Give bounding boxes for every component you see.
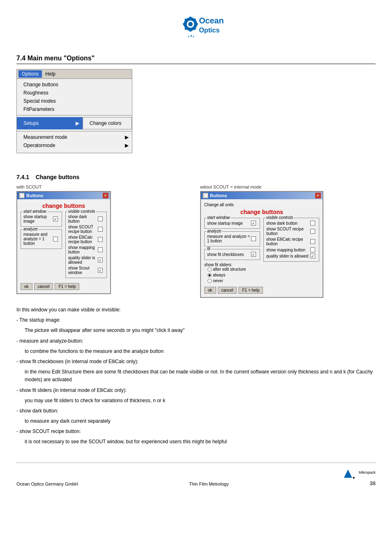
mapping-label-left: show mapping button (68, 245, 98, 254)
quality-slider-checkbox-left[interactable] (98, 258, 103, 263)
dialog-left-col1: start window show startup image analyze … (21, 212, 62, 281)
body-para-11: - show SCOUT recipe button: (16, 428, 376, 435)
change-all-units: Change all units (204, 203, 319, 207)
quality-slider-checkbox-right[interactable] (310, 253, 315, 258)
section-title: Main menu "Options" (28, 55, 95, 62)
startup-image-checkbox-left[interactable] (53, 216, 58, 221)
quality-slider-label-right: quality slider is allowed (266, 254, 310, 258)
always-radio[interactable] (208, 273, 212, 277)
body-para-9: - show dark button: (16, 407, 376, 415)
logo-area: Ocean Optics (16, 8, 376, 42)
menu-change-buttons[interactable]: Change buttons (17, 81, 132, 89)
show-fit-checkboxes-row: show fit checkboxes (207, 252, 257, 257)
section-heading-74: 7.4 Main menu "Options" (16, 55, 376, 64)
body-para-4: to combine the functions to the measure … (16, 348, 376, 355)
startup-image-label-left: show startup image (23, 214, 53, 223)
dialog-left-body: change buttons start window show startup… (17, 199, 110, 293)
body-text-section: In this window you can make visible or i… (16, 306, 376, 446)
footer-center: Thin Film Metrology (189, 481, 229, 486)
scout-recipe-checkbox-right[interactable] (310, 229, 315, 234)
mapping-checkbox-left[interactable] (98, 247, 103, 252)
page-footer: Ocean Optics Germany GmbH Thin Film Metr… (16, 463, 376, 486)
dialog-right-buttons: ok cancel F1 = help (204, 287, 319, 294)
ellicalc-recipe-checkbox-left[interactable] (98, 237, 103, 242)
svg-point-13 (191, 35, 192, 37)
subsection-heading-741: 7.4.1 Change buttons (16, 174, 376, 180)
menu-roughness[interactable]: Roughness (17, 89, 132, 97)
start-window-section-left: start window show startup image (21, 212, 62, 227)
body-para-10: to measure any dark current separately (16, 417, 376, 425)
svg-marker-16 (344, 470, 352, 478)
dark-button-row-right: show dark button (266, 221, 316, 226)
never-radio[interactable] (208, 279, 212, 283)
menu-help[interactable]: Help (42, 70, 59, 78)
dialog-left-close[interactable]: ✕ (103, 193, 108, 198)
dark-button-checkbox-left[interactable] (98, 216, 103, 221)
menu-options[interactable]: Options (18, 70, 42, 78)
dialog-left-titlebar: 🖼 Buttons ✕ (17, 192, 110, 199)
svg-rect-6 (196, 23, 198, 25)
after-edit-row: after edit structure (204, 267, 260, 272)
measure-analyze-label-left: measure and analyze = 1 button (23, 232, 53, 246)
quality-slider-label-left: quality slider is allowed (68, 256, 98, 265)
after-edit-radio[interactable] (208, 267, 212, 272)
dialog-left-title: change buttons (21, 203, 107, 209)
without-scout-label: witout SCOUT = internal mode (200, 184, 376, 189)
show-fit-checkboxes-label: show fit checkboxes (207, 252, 251, 257)
subsection-number: 7.4.1 (16, 174, 29, 180)
startup-image-row-right: show startup image (207, 221, 257, 226)
dark-button-label-left: show dark button (68, 214, 98, 223)
mapping-row-left: show mapping button (68, 245, 104, 254)
dialog-left-help[interactable]: F1 = help (55, 283, 79, 290)
menu-setups[interactable]: Setups ▶ (17, 117, 83, 129)
mikropack-label: Mikropack (359, 470, 376, 474)
dark-button-row-left: show dark button (68, 214, 104, 223)
menu-setups-container: Setups ▶ Change colors (17, 117, 132, 129)
ellicalc-recipe-row-left: show ElliCalc recipe button (68, 235, 104, 244)
svg-point-14 (193, 36, 194, 37)
scout-recipe-row-right: show SCOUT recipe button (266, 227, 316, 236)
measure-analyze-checkbox-right[interactable] (251, 236, 256, 241)
scout-recipe-label-left: show SCOUT recipe button (68, 225, 98, 234)
dialog-right-body: Change all units change buttons start wi… (201, 199, 323, 297)
body-para-12: it is not necessary to see the SCOUT win… (16, 438, 376, 446)
start-window-legend-right: start window (206, 215, 231, 220)
mapping-checkbox-right[interactable] (310, 247, 315, 252)
dialog-right-close[interactable]: ✕ (315, 193, 321, 198)
scout-recipe-row-left: show SCOUT recipe button (68, 225, 104, 234)
dialog-left: 🖼 Buttons ✕ change buttons start window … (16, 191, 111, 294)
dialog-right-help[interactable]: F1 = help (238, 287, 263, 294)
startup-image-label-right: show startup image (207, 221, 251, 226)
dialog-right-ok[interactable]: ok (204, 287, 216, 294)
menu-operatormode[interactable]: Operatormode ▶ (17, 141, 132, 150)
measure-analyze-checkbox-left[interactable] (53, 237, 58, 242)
menu-setups-flyout: Change colors (83, 117, 132, 129)
dark-button-label-right: show dark button (266, 221, 310, 226)
quality-slider-row-right: quality slider is allowed (266, 253, 316, 258)
dialog-left-ok[interactable]: ok (21, 283, 32, 290)
svg-text:▶: ▶ (353, 476, 355, 479)
ellicalc-recipe-label-left: show ElliCalc recipe button (68, 235, 98, 244)
visible-controls-section-right: visible controls show dark button show S… (263, 218, 319, 262)
dialog-right-col1: start window show startup image analyze … (204, 218, 260, 284)
svg-point-15 (188, 36, 189, 37)
menu-simulation: Options Help Change buttons Roughness Sp… (16, 69, 132, 153)
menu-fitparameters[interactable]: FitParameters (17, 105, 132, 113)
show-fit-checkboxes-checkbox[interactable] (251, 252, 256, 257)
dark-button-checkbox-right[interactable] (310, 221, 315, 226)
ellicalc-recipe-checkbox-right[interactable] (310, 239, 315, 244)
ellicalc-recipe-label-right: show ElliCalc recipe button (266, 237, 310, 246)
svg-point-2 (188, 22, 193, 26)
menu-special-modes[interactable]: Special modes (17, 97, 132, 105)
menu-change-colors[interactable]: Change colors (83, 119, 131, 127)
dialog-right-cancel[interactable]: cancel (218, 287, 237, 294)
menu-measurement-mode[interactable]: Measurement mode ▶ (17, 133, 132, 141)
scout-recipe-checkbox-left[interactable] (98, 227, 103, 232)
dialog-left-cancel[interactable]: cancel (34, 283, 53, 290)
dialog-right-col2: visible controls show dark button show S… (263, 218, 319, 284)
visible-controls-section-left: visible controls show dark button show S… (65, 212, 107, 278)
scout-window-checkbox-left[interactable] (98, 268, 103, 273)
analyze-section-left: analyze measure and analyze = 1 button (21, 229, 62, 249)
dialog-col-right: witout SCOUT = internal mode 🖼 Buttons ✕… (200, 184, 376, 298)
startup-image-checkbox-right[interactable] (251, 221, 256, 226)
